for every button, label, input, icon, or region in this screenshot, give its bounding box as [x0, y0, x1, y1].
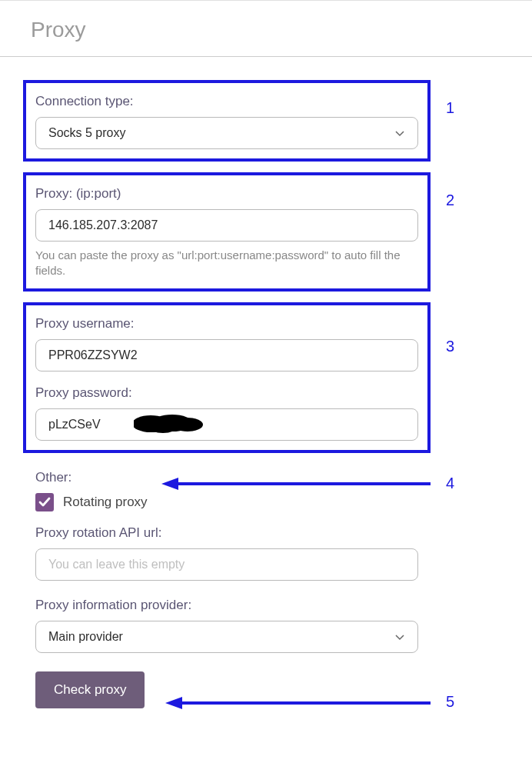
page-title: Proxy [31, 18, 501, 42]
rotating-proxy-checkbox[interactable] [35, 493, 54, 511]
annotation-number-2: 2 [446, 192, 454, 209]
page-header: Proxy [0, 0, 532, 57]
rotation-url-input[interactable] [35, 548, 418, 581]
proxy-address-label: Proxy: (ip:port) [35, 186, 418, 202]
proxy-password-label: Proxy password: [35, 385, 418, 401]
proxy-username-input[interactable] [35, 339, 418, 372]
proxy-username-label: Proxy username: [35, 316, 418, 332]
proxy-password-input[interactable] [35, 408, 418, 441]
connection-type-section: Connection type: Socks 5 proxy [23, 80, 431, 162]
connection-type-select[interactable]: Socks 5 proxy [35, 117, 418, 149]
content-area: Connection type: Socks 5 proxy 1 Proxy: … [0, 57, 532, 742]
connection-type-value: Socks 5 proxy [48, 126, 125, 140]
proxy-helper-text: You can paste the proxy as "url:port:use… [35, 248, 418, 279]
rotating-proxy-label: Rotating proxy [63, 495, 148, 510]
proxy-credentials-section: Proxy username: Proxy password: [23, 302, 431, 453]
proxy-address-section: Proxy: (ip:port) You can paste the proxy… [23, 172, 431, 292]
annotation-number-3: 3 [446, 338, 454, 355]
check-proxy-button[interactable]: Check proxy [35, 671, 145, 708]
provider-value: Main provider [48, 630, 123, 644]
annotation-number-4: 4 [446, 475, 454, 492]
provider-select[interactable]: Main provider [35, 621, 418, 653]
annotation-number-5: 5 [446, 693, 454, 711]
annotation-number-1: 1 [446, 99, 454, 117]
proxy-address-input[interactable] [35, 209, 418, 242]
check-icon [38, 497, 51, 508]
other-section: Other: Rotating proxy Proxy rotation API… [23, 464, 431, 711]
rotation-url-label: Proxy rotation API url: [35, 525, 418, 541]
other-label: Other: [35, 470, 418, 485]
connection-type-label: Connection type: [35, 94, 418, 109]
provider-label: Proxy information provider: [35, 598, 418, 613]
